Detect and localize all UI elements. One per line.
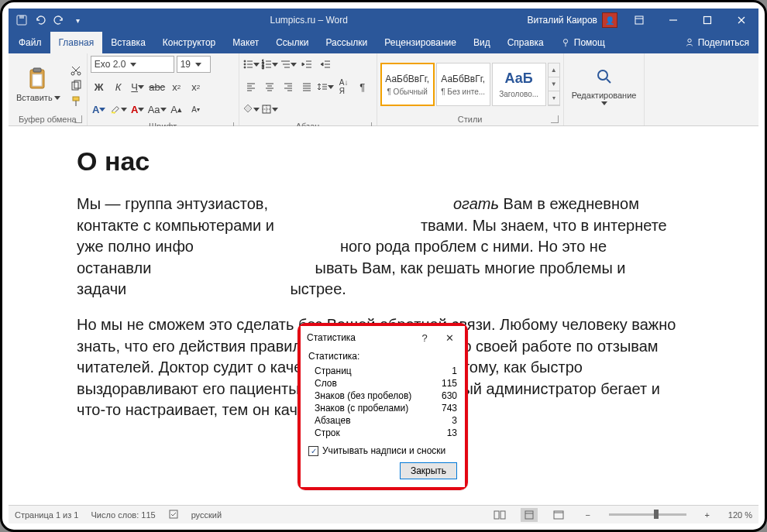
svg-rect-2: [635, 16, 643, 24]
paste-button[interactable]: Вставить: [12, 65, 65, 104]
qat-customize-icon[interactable]: ▾: [71, 13, 84, 27]
highlight-button[interactable]: [110, 101, 127, 118]
align-left-button[interactable]: [242, 78, 260, 95]
align-right-button[interactable]: [280, 78, 297, 95]
group-paragraph: 123 А↓Я ¶ Аб: [239, 53, 377, 125]
multilevel-list-button[interactable]: [280, 56, 297, 73]
status-bar: Страница 1 из 1 Число слов: 115 русский …: [9, 505, 758, 523]
line-spacing-button[interactable]: [317, 78, 334, 95]
view-read-icon[interactable]: [491, 508, 508, 522]
dialog-title: Статистика: [307, 332, 409, 343]
maximize-button[interactable]: [690, 9, 724, 32]
align-justify-button[interactable]: [298, 78, 315, 95]
dialog-close-icon[interactable]: ✕: [440, 329, 459, 346]
styles-gallery-arrows[interactable]: ▲▼▾: [548, 63, 560, 106]
undo-icon[interactable]: [33, 13, 47, 27]
autosave-icon[interactable]: [15, 13, 29, 27]
view-web-icon[interactable]: [550, 508, 567, 522]
zoom-level[interactable]: 120 %: [728, 510, 752, 520]
cut-icon[interactable]: [68, 63, 84, 77]
svg-rect-1: [19, 15, 24, 19]
tab-references[interactable]: Ссылки: [267, 32, 317, 53]
tell-me[interactable]: Помощ: [552, 32, 613, 53]
svg-rect-26: [525, 511, 533, 519]
editing-button[interactable]: Редактирование: [567, 63, 641, 107]
copy-icon[interactable]: [68, 79, 84, 93]
align-center-button[interactable]: [261, 78, 278, 95]
subscript-button[interactable]: x2: [168, 78, 185, 95]
share-button[interactable]: Поделиться: [676, 32, 757, 53]
svg-point-15: [244, 60, 246, 62]
change-case-button[interactable]: Aa: [149, 101, 166, 118]
window-title: Lumpics.ru – Word: [91, 15, 527, 26]
strikethrough-button[interactable]: abc: [149, 78, 166, 95]
svg-rect-3: [704, 17, 711, 24]
sort-button[interactable]: А↓Я: [335, 78, 353, 95]
svg-text:3: 3: [262, 65, 264, 70]
tab-home[interactable]: Главная: [50, 32, 103, 53]
font-name-combo[interactable]: Exo 2.0: [91, 56, 174, 73]
ribbon: Вставить Буфер обмена Exo 2.0 19 Ж К: [9, 53, 758, 126]
dialog-help-button[interactable]: ?: [415, 329, 434, 346]
borders-button[interactable]: [261, 101, 278, 118]
tab-review[interactable]: Рецензирование: [376, 32, 465, 53]
bullets-button[interactable]: [242, 56, 260, 73]
user-avatar-icon[interactable]: 👤: [602, 12, 617, 28]
svg-rect-24: [494, 511, 499, 519]
show-marks-button[interactable]: ¶: [354, 78, 371, 95]
decrease-indent-button[interactable]: [298, 56, 315, 73]
shrink-font-button[interactable]: A▾: [187, 101, 205, 118]
status-page[interactable]: Страница 1 из 1: [15, 510, 78, 520]
user-name: Виталий Каиров: [527, 15, 597, 26]
tab-mailings[interactable]: Рассылки: [317, 32, 376, 53]
svg-point-17: [244, 67, 246, 68]
document-area[interactable]: О нас Мы — группа энтузиастов, огать Вам…: [9, 126, 758, 505]
tab-file[interactable]: Файл: [10, 32, 50, 53]
svg-rect-7: [33, 68, 41, 72]
stat-words: Слов115: [308, 377, 457, 390]
ribbon-options-icon[interactable]: [622, 9, 656, 32]
tab-insert[interactable]: Вставка: [102, 32, 154, 53]
font-size-combo[interactable]: 19: [177, 56, 211, 73]
tab-view[interactable]: Вид: [465, 32, 499, 53]
close-button[interactable]: [724, 9, 758, 32]
font-color-button[interactable]: A: [129, 101, 146, 118]
tab-layout[interactable]: Макет: [224, 32, 267, 53]
zoom-in-button[interactable]: +: [699, 508, 716, 522]
style-no-spacing[interactable]: АаБбВвГг,¶ Без инте...: [436, 63, 490, 106]
search-icon: [592, 64, 617, 89]
statistics-dialog: Статистика ? ✕ Статистика: Страниц1 Слов…: [298, 323, 468, 490]
italic-button[interactable]: К: [110, 78, 127, 95]
shading-button[interactable]: [242, 101, 260, 118]
grow-font-button[interactable]: A▴: [168, 101, 185, 118]
status-word-count[interactable]: Число слов: 115: [91, 510, 155, 520]
text-effects-button[interactable]: A: [91, 101, 108, 118]
minimize-button[interactable]: [656, 9, 690, 32]
underline-button[interactable]: Ч: [129, 78, 146, 95]
dialog-close-button[interactable]: Закрыть: [400, 462, 457, 479]
tab-design[interactable]: Конструктор: [154, 32, 224, 53]
doc-heading: О нас: [77, 146, 690, 177]
zoom-out-button[interactable]: −: [580, 508, 597, 522]
style-heading1[interactable]: АаБЗаголово...: [492, 63, 546, 106]
format-painter-icon[interactable]: [68, 94, 84, 108]
redo-icon[interactable]: [52, 13, 66, 27]
numbering-button[interactable]: 123: [261, 56, 278, 73]
increase-indent-button[interactable]: [317, 56, 334, 73]
group-editing: Редактирование: [564, 53, 645, 125]
superscript-button[interactable]: x2: [187, 78, 205, 95]
svg-rect-8: [33, 74, 42, 86]
include-textboxes-checkbox[interactable]: ✓ Учитывать надписи и сноски: [308, 445, 457, 456]
styles-dialog-launcher[interactable]: [551, 115, 559, 123]
status-proofing-icon[interactable]: [168, 509, 179, 521]
view-print-icon[interactable]: [521, 508, 538, 522]
bold-button[interactable]: Ж: [91, 78, 108, 95]
status-language[interactable]: русский: [191, 510, 222, 520]
style-normal[interactable]: АаБбВвГг,¶ Обычный: [380, 63, 435, 106]
clipboard-dialog-launcher[interactable]: [74, 115, 82, 123]
svg-rect-23: [170, 510, 177, 518]
tab-help[interactable]: Справка: [499, 32, 552, 53]
title-bar: ▾ Lumpics.ru – Word Виталий Каиров 👤: [9, 9, 758, 32]
zoom-slider[interactable]: [609, 513, 686, 516]
stat-chars-with-spaces: Знаков (с пробелами)743: [308, 402, 457, 414]
